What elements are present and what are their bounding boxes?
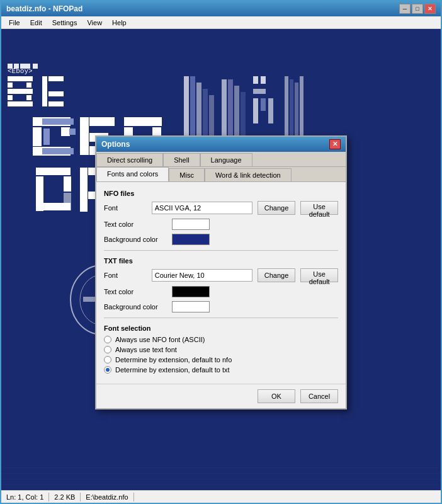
status-file: E:\beatdiz.nfo — [81, 493, 133, 501]
svg-rect-6 — [8, 76, 33, 81]
radio-ext-default-txt-label: Determine by extension, default to txt — [115, 366, 230, 374]
nfo-text-color-label: Text color — [104, 220, 167, 228]
svg-rect-10 — [8, 95, 13, 100]
svg-rect-25 — [124, 117, 162, 126]
svg-rect-32 — [42, 148, 74, 154]
tab-language[interactable]: Language — [200, 153, 252, 166]
nfo-default-button[interactable]: Use default — [300, 201, 338, 215]
svg-rect-16 — [48, 101, 64, 106]
svg-rect-13 — [42, 76, 47, 106]
radio-text-font[interactable] — [104, 346, 111, 353]
tab-direct-scrolling[interactable]: Direct scrolling — [96, 153, 163, 166]
svg-rect-56 — [253, 98, 258, 123]
menu-bar: File Edit Settings View Help — [1, 16, 441, 29]
svg-rect-33 — [36, 168, 71, 175]
radio-row-1: Always use text font — [104, 346, 338, 353]
nfo-section-label: NFO files — [104, 190, 338, 197]
window-title: beatdiz.nfo - NFOPad — [6, 4, 82, 13]
nfo-font-label: Font — [104, 204, 147, 212]
tab-word-link-detection[interactable]: Word & link detection — [205, 168, 292, 181]
separator-1 — [104, 250, 338, 251]
menu-view[interactable]: View — [82, 18, 107, 27]
ok-button[interactable]: OK — [258, 389, 295, 403]
svg-rect-12 — [8, 101, 33, 106]
svg-rect-11 — [26, 95, 31, 100]
dialog-body: NFO files Font Change Use default Text c… — [96, 182, 346, 384]
font-selection-label: Font selection — [104, 324, 338, 332]
nfo-bg-color-row: Background color — [104, 234, 338, 245]
radio-ext-default-nfo[interactable] — [104, 356, 111, 364]
radio-text-font-label: Always use text font — [115, 346, 177, 353]
svg-rect-54 — [261, 76, 266, 84]
svg-rect-58 — [268, 98, 273, 123]
main-window: beatdiz.nfo - NFOPad ─ □ ✕ File Edit Set… — [0, 0, 442, 504]
txt-text-color-label: Text color — [104, 288, 167, 295]
nfo-font-input[interactable] — [152, 202, 252, 214]
txt-text-color-box[interactable] — [172, 286, 210, 297]
svg-rect-8 — [26, 83, 31, 88]
svg-rect-29 — [42, 118, 74, 125]
svg-rect-35 — [64, 176, 71, 192]
options-dialog: Options ✕ Direct scrolling Shell Languag… — [95, 135, 347, 410]
menu-file[interactable]: File — [4, 18, 25, 27]
nfo-text-color-row: Text color — [104, 219, 338, 230]
dialog-footer: OK Cancel — [96, 384, 346, 408]
separator-2 — [104, 318, 338, 318]
radio-row-0: Always use NFO font (ASCII) — [104, 336, 338, 343]
title-bar: beatdiz.nfo - NFOPad ─ □ ✕ — [1, 1, 441, 16]
tab-row-2: Fonts and colors Misc Word & link detect… — [96, 167, 346, 182]
txt-bg-color-label: Background color — [104, 303, 167, 311]
svg-rect-55 — [253, 89, 266, 94]
txt-font-input[interactable] — [152, 269, 252, 282]
dialog-close-button[interactable]: ✕ — [329, 139, 341, 149]
nfo-bg-color-label: Background color — [104, 236, 167, 243]
svg-rect-57 — [261, 98, 266, 111]
svg-rect-53 — [253, 76, 258, 84]
svg-rect-7 — [8, 83, 13, 88]
menu-edit[interactable]: Edit — [25, 18, 47, 27]
svg-rect-37 — [36, 203, 71, 210]
txt-text-color-row: Text color — [104, 286, 338, 297]
status-position: Ln: 1, Col: 1 — [1, 493, 49, 501]
menu-settings[interactable]: Settings — [47, 18, 82, 27]
radio-nfo-font[interactable] — [104, 336, 111, 343]
svg-rect-31 — [69, 129, 76, 135]
svg-rect-9 — [8, 89, 33, 94]
svg-rect-21 — [80, 117, 89, 155]
svg-rect-15 — [48, 91, 64, 96]
svg-rect-30 — [43, 129, 50, 145]
status-size: 2.2 KB — [49, 493, 81, 501]
window-close-button[interactable]: ✕ — [424, 4, 436, 14]
svg-rect-22 — [89, 117, 115, 126]
svg-rect-14 — [48, 76, 64, 81]
svg-text:<Eboy>: <Eboy> — [8, 67, 33, 75]
radio-row-2: Determine by extension, default to nfo — [104, 356, 338, 364]
minimize-button[interactable]: ─ — [399, 4, 411, 14]
maximize-button[interactable]: □ — [412, 4, 423, 14]
txt-change-button[interactable]: Change — [258, 268, 296, 282]
radio-row-3: Determine by extension, default to txt — [104, 366, 338, 374]
txt-font-row: Font Change Use default — [104, 268, 338, 282]
nfo-font-row: Font Change Use default — [104, 201, 338, 215]
menu-help[interactable]: Help — [107, 18, 132, 27]
title-bar-buttons: ─ □ ✕ — [399, 4, 436, 14]
dialog-title-bar: Options ✕ — [96, 137, 346, 152]
cancel-button[interactable]: Cancel — [300, 389, 338, 403]
txt-bg-color-box[interactable] — [172, 301, 210, 312]
nfo-change-button[interactable]: Change — [258, 201, 296, 215]
tab-misc[interactable]: Misc — [169, 168, 205, 181]
tab-row-1: Direct scrolling Shell Language — [96, 152, 346, 167]
svg-rect-18 — [33, 127, 42, 146]
tab-fonts-and-colors[interactable]: Fonts and colors — [96, 167, 169, 181]
content-area: <Eboy> — [1, 29, 441, 490]
txt-bg-color-row: Background color — [104, 301, 338, 312]
svg-rect-19 — [61, 127, 70, 136]
txt-default-button[interactable]: Use default — [300, 268, 338, 282]
svg-rect-4 — [33, 64, 38, 69]
nfo-bg-color-box[interactable] — [172, 234, 210, 245]
tab-shell[interactable]: Shell — [163, 153, 200, 166]
radio-ext-default-txt[interactable] — [104, 366, 111, 374]
txt-section-label: TXT files — [104, 257, 338, 265]
txt-font-label: Font — [104, 272, 147, 279]
nfo-text-color-box[interactable] — [172, 219, 210, 230]
